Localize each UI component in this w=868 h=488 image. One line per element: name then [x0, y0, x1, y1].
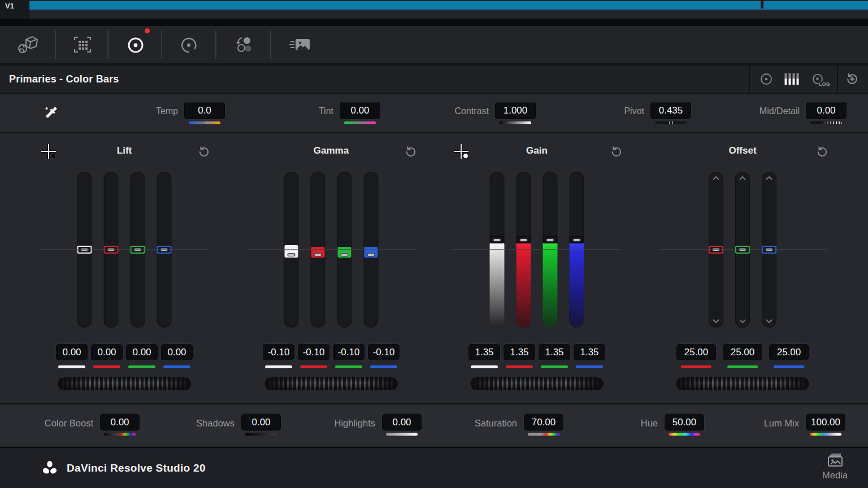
- offset-scrub-wheel[interactable]: [676, 377, 809, 390]
- highlights-gradient: [386, 433, 418, 436]
- timeline-strip: V1: [0, 0, 868, 19]
- color-match-icon[interactable]: [233, 34, 255, 55]
- offset-blue-value[interactable]: 25.00: [769, 344, 809, 360]
- gamma-blue-bar[interactable]: [364, 172, 379, 328]
- gamma-y-value[interactable]: -0.10: [263, 344, 294, 360]
- pivot-value[interactable]: 0.435: [650, 102, 691, 119]
- gain-red-bar[interactable]: [517, 172, 531, 328]
- gamma-reset-icon[interactable]: [403, 145, 418, 159]
- lift-green-bar[interactable]: [131, 172, 145, 328]
- offset-green-value[interactable]: 25.00: [723, 344, 762, 360]
- reset-all-icon[interactable]: [845, 72, 860, 86]
- offset-green-bar[interactable]: [735, 172, 750, 328]
- effects-icon[interactable]: [288, 36, 311, 54]
- gain-red-underline: [506, 365, 533, 368]
- palette-header: Primaries - Color Bars LOG: [0, 66, 868, 93]
- timeline-clip-bar[interactable]: [29, 1, 868, 10]
- lift-red-bar[interactable]: [104, 172, 119, 328]
- mid-detail-gradient: [810, 121, 842, 124]
- gain-red-value[interactable]: 1.35: [504, 344, 535, 360]
- gain-section: Gain 1.35 1.35 1.35 1.35: [433, 133, 641, 403]
- gain-y-bar[interactable]: [490, 172, 505, 328]
- gamma-green-value[interactable]: -0.10: [333, 344, 364, 360]
- mid-detail-value[interactable]: 0.00: [806, 102, 847, 119]
- primaries-bars-area: Lift 0.00 0.00 0.00 0.00 Gamma: [0, 133, 868, 403]
- lift-y-handle[interactable]: [77, 246, 92, 254]
- gamma-red-value[interactable]: -0.10: [298, 344, 329, 360]
- gain-red-handle[interactable]: [517, 236, 531, 243]
- color-wheels-icon[interactable]: [124, 33, 147, 56]
- hdr-wheels-icon[interactable]: [178, 33, 201, 56]
- color-bars-mode-icon[interactable]: [785, 73, 799, 85]
- gamma-red-handle[interactable]: [311, 247, 325, 258]
- gamma-blue-handle[interactable]: [364, 247, 378, 258]
- gamma-scrub-wheel[interactable]: [264, 377, 398, 390]
- offset-blue-down-icon[interactable]: [765, 319, 773, 324]
- hue-value[interactable]: 50.00: [665, 414, 704, 431]
- lift-red-value[interactable]: 0.00: [91, 344, 123, 360]
- temp-value[interactable]: 0.0: [184, 102, 225, 119]
- gamma-blue-value[interactable]: -0.10: [368, 344, 400, 360]
- highlights-value[interactable]: 0.00: [382, 414, 422, 431]
- lift-reset-icon[interactable]: [197, 145, 211, 159]
- offset-blue-bar[interactable]: [762, 172, 776, 328]
- sizing-icon[interactable]: [72, 34, 93, 55]
- gamma-red-underline: [300, 365, 327, 368]
- track-tab-v1[interactable]: V1: [0, 0, 29, 19]
- shadows-value[interactable]: 0.00: [241, 414, 281, 431]
- toolbar-separator: [215, 30, 216, 59]
- gain-green-handle[interactable]: [543, 236, 558, 243]
- tint-value[interactable]: 0.00: [340, 102, 380, 119]
- offset-blue-up-icon[interactable]: [765, 176, 773, 180]
- lift-green-underline: [128, 365, 155, 368]
- offset-red-value[interactable]: 25.00: [676, 344, 716, 360]
- contrast-value[interactable]: 1.000: [495, 102, 536, 119]
- lift-blue-value[interactable]: 0.00: [161, 344, 193, 360]
- lift-y-bar[interactable]: [77, 172, 92, 328]
- offset-red-up-icon[interactable]: [712, 176, 720, 180]
- camera-raw-icon[interactable]: [16, 34, 40, 55]
- offset-blue-handle[interactable]: [762, 246, 776, 254]
- offset-reset-icon[interactable]: [815, 145, 830, 159]
- offset-red-bar[interactable]: [709, 172, 723, 328]
- gamma-red-bar[interactable]: [311, 172, 326, 328]
- lift-green-handle[interactable]: [131, 246, 145, 254]
- toolbar-separator: [55, 30, 56, 59]
- lift-blue-bar[interactable]: [157, 172, 172, 328]
- lum-mix-value[interactable]: 100.00: [806, 414, 845, 431]
- lift-green-value[interactable]: 0.00: [126, 344, 158, 360]
- media-page-button[interactable]: Media: [822, 452, 848, 481]
- offset-green-down-icon[interactable]: [739, 319, 747, 324]
- gain-y-handle[interactable]: [490, 236, 505, 243]
- offset-green-up-icon[interactable]: [739, 176, 747, 180]
- temp-label: Temp: [156, 106, 178, 116]
- lift-scrub-wheel[interactable]: [58, 377, 191, 390]
- gain-reset-icon[interactable]: [609, 145, 624, 159]
- gain-blue-handle[interactable]: [570, 236, 584, 243]
- gain-blue-value[interactable]: 1.35: [574, 344, 605, 360]
- gamma-green-bar[interactable]: [337, 172, 352, 328]
- offset-green-handle[interactable]: [735, 246, 750, 254]
- gamma-green-handle[interactable]: [338, 247, 351, 258]
- offset-red-handle[interactable]: [709, 246, 723, 254]
- mid-detail-control: Mid/Detail 0.00: [806, 102, 847, 124]
- gamma-y-bar[interactable]: [284, 172, 299, 328]
- gain-scrub-wheel[interactable]: [470, 377, 604, 390]
- eyedropper-icon[interactable]: [43, 105, 59, 121]
- gain-green-value[interactable]: 1.35: [539, 344, 570, 360]
- saturation-gradient: [528, 433, 559, 436]
- offset-section: Offset: [639, 133, 847, 403]
- offset-red-down-icon[interactable]: [712, 319, 720, 324]
- gain-blue-bar[interactable]: [570, 172, 584, 328]
- lift-blue-handle[interactable]: [157, 246, 172, 254]
- gamma-y-handle[interactable]: [285, 245, 298, 258]
- gain-green-bar[interactable]: [543, 172, 558, 328]
- color-boost-label: Color Boost: [45, 418, 93, 429]
- color-boost-value[interactable]: 0.00: [100, 414, 140, 431]
- lift-y-value[interactable]: 0.00: [56, 344, 88, 360]
- color-wheels-mode-icon[interactable]: [759, 72, 774, 86]
- gain-y-value[interactable]: 1.35: [468, 344, 500, 360]
- contrast-label: Contrast: [455, 106, 489, 116]
- lift-red-handle[interactable]: [104, 246, 119, 254]
- saturation-value[interactable]: 70.00: [524, 414, 563, 431]
